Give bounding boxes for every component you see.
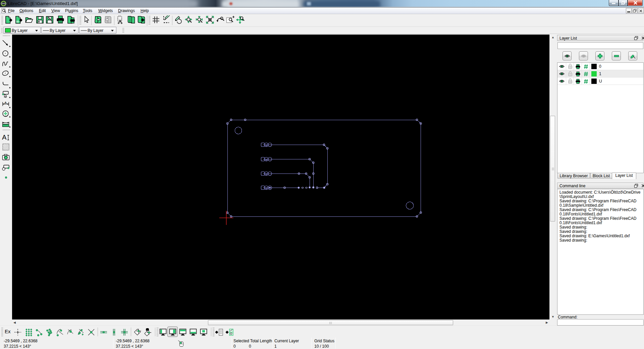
svg-text:A: A [2, 134, 7, 141]
svg-text:A: A [4, 101, 7, 104]
